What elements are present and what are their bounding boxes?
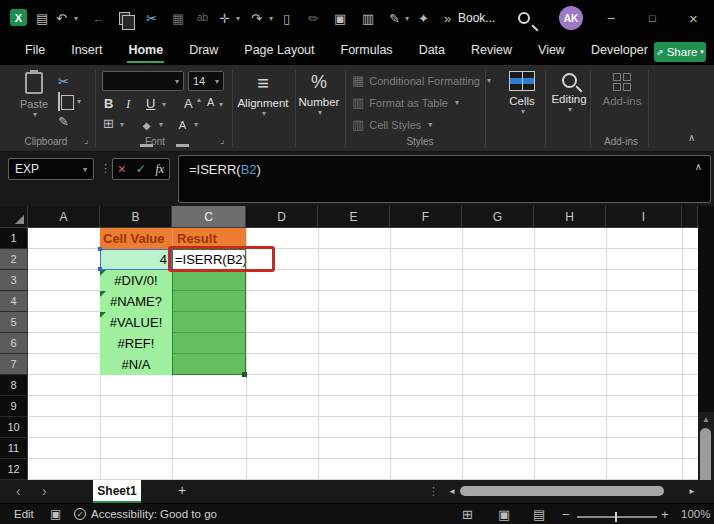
cell-c6[interactable] xyxy=(172,333,246,354)
column-header-i[interactable]: I xyxy=(606,206,682,228)
redo-icon[interactable]: ↷ xyxy=(251,9,262,27)
row-header-12[interactable]: 12 xyxy=(0,459,28,480)
range-handle[interactable] xyxy=(98,247,102,251)
cell-c4[interactable] xyxy=(172,291,246,312)
row-header-5[interactable]: 5 xyxy=(0,312,28,333)
undo-icon[interactable]: ↶ xyxy=(56,9,67,27)
form-edit-icon[interactable]: ✎ xyxy=(389,9,400,27)
tab-insert[interactable]: Insert xyxy=(58,36,115,64)
minimize-button[interactable]: − xyxy=(607,9,615,27)
cell-b2[interactable]: 4 xyxy=(100,249,172,270)
range-handle[interactable] xyxy=(169,247,173,251)
tab-draw[interactable]: Draw xyxy=(176,36,231,64)
row-header-1[interactable]: 1 xyxy=(0,228,28,249)
add-sheet-icon[interactable]: + xyxy=(178,482,186,498)
range-handle[interactable] xyxy=(169,267,173,271)
zoom-slider-track[interactable] xyxy=(577,516,657,518)
column-header-partial[interactable] xyxy=(682,206,698,228)
tab-formulas[interactable]: Formulas xyxy=(328,36,406,64)
column-header-a[interactable]: A xyxy=(28,206,100,228)
cell-b1[interactable]: Cell Value xyxy=(100,228,172,249)
range-handle[interactable] xyxy=(98,267,102,271)
copy-icon[interactable] xyxy=(119,9,130,27)
prev-sheet-icon[interactable]: ‹ xyxy=(16,483,21,499)
confirm-entry-icon[interactable]: ✓ xyxy=(136,162,146,176)
fill-handle[interactable] xyxy=(242,372,247,377)
excel-logo-icon[interactable]: X xyxy=(10,9,27,26)
cut-icon[interactable]: ✂ xyxy=(146,9,157,27)
copy-button[interactable] xyxy=(58,93,60,111)
row-header-7[interactable]: 7 xyxy=(0,354,28,375)
bold-button[interactable]: B xyxy=(104,96,113,111)
borders-button[interactable]: ⊞ xyxy=(103,117,114,130)
share-button[interactable]: ⇗ Share ▾ xyxy=(654,42,706,62)
column-header-b[interactable]: B xyxy=(100,206,172,228)
horizontal-scrollbar-thumb[interactable] xyxy=(460,486,664,496)
lookup-sheet-icon[interactable]: ▥ xyxy=(362,9,374,27)
redo-caret-icon[interactable]: ▾ xyxy=(269,9,273,27)
save-icon[interactable]: ▤ xyxy=(36,9,48,27)
account-avatar[interactable]: AK xyxy=(559,6,583,30)
touch-mode-caret-icon[interactable]: ▾ xyxy=(236,9,240,27)
font-color-caret-icon[interactable]: ▾ xyxy=(194,120,198,129)
copy-caret-icon[interactable]: ▾ xyxy=(77,97,81,106)
insert-function-icon[interactable]: fx xyxy=(155,162,164,177)
sheet-tab-sheet1[interactable]: Sheet1 xyxy=(93,480,141,503)
format-painter-button[interactable]: ✎ xyxy=(58,115,69,128)
cells-area[interactable]: Cell Value Result 4 =ISERR(B2) #DIV/0! #… xyxy=(28,228,698,480)
column-header-e[interactable]: E xyxy=(318,206,390,228)
font-dialog-launcher[interactable]: ⌟ xyxy=(220,135,224,145)
zoom-level[interactable]: 100% xyxy=(681,508,710,520)
font-name-combobox[interactable]: ▾ xyxy=(102,71,184,91)
cell-b4[interactable]: #NAME? xyxy=(100,291,172,312)
tab-review[interactable]: Review xyxy=(458,36,525,64)
cell-c5[interactable] xyxy=(172,312,246,333)
zoom-in-icon[interactable]: + xyxy=(661,508,669,521)
paste-button[interactable]: Paste ▾ xyxy=(20,72,48,119)
accessibility-status[interactable]: ✓ Accessibility: Good to go xyxy=(74,508,217,520)
italic-button[interactable]: I xyxy=(126,96,130,112)
cell-b3[interactable]: #DIV/0! xyxy=(100,270,172,291)
collapse-ribbon-icon[interactable]: ∧ xyxy=(688,133,695,143)
undo-caret-icon[interactable]: ▾ xyxy=(74,9,78,27)
row-header-2[interactable]: 2 xyxy=(0,249,28,270)
row-header-8[interactable]: 8 xyxy=(0,375,28,396)
document-title[interactable]: Book... xyxy=(458,9,495,27)
cancel-entry-icon[interactable]: × xyxy=(118,161,126,177)
column-header-d[interactable]: D xyxy=(246,206,318,228)
column-header-h[interactable]: H xyxy=(534,206,606,228)
font-color-button[interactable]: A xyxy=(176,115,189,151)
tab-home[interactable]: Home xyxy=(115,36,176,64)
cell-c2-editing[interactable]: =ISERR(B2) xyxy=(172,249,246,270)
expand-formula-bar-icon[interactable]: ∧ xyxy=(695,161,702,172)
cells-button[interactable]: Cells ▾ xyxy=(500,71,544,116)
editing-button[interactable]: Editing ▾ xyxy=(548,71,590,114)
new-file-icon[interactable]: ▯ xyxy=(283,9,290,27)
page-layout-view-icon[interactable]: ▣ xyxy=(498,508,510,521)
clipboard-dialog-launcher[interactable]: ⌟ xyxy=(84,135,88,145)
tab-page-layout[interactable]: Page Layout xyxy=(231,36,327,64)
touch-mode-icon[interactable]: ✛ xyxy=(219,9,230,27)
privacy-icon[interactable]: ✦ xyxy=(418,9,429,27)
borders-caret-icon[interactable]: ▾ xyxy=(120,120,124,129)
row-header-3[interactable]: 3 xyxy=(0,270,28,291)
macro-record-icon[interactable]: ▣ xyxy=(50,508,61,520)
scroll-up-icon[interactable]: ▲ xyxy=(702,415,710,424)
row-header-11[interactable]: 11 xyxy=(0,438,28,459)
grow-font-button[interactable]: A xyxy=(184,96,193,111)
cell-b5[interactable]: #VALUE! xyxy=(100,312,172,333)
zoom-out-icon[interactable]: − xyxy=(562,508,570,521)
tab-data[interactable]: Data xyxy=(406,36,458,64)
cell-c1[interactable]: Result xyxy=(172,228,246,249)
column-header-c-selected[interactable]: C xyxy=(172,206,246,228)
row-header-9[interactable]: 9 xyxy=(0,396,28,417)
tab-developer[interactable]: Developer xyxy=(578,36,661,64)
hscroll-left-icon[interactable]: ◄ xyxy=(448,487,456,496)
cell-c3[interactable] xyxy=(172,270,246,291)
next-sheet-icon[interactable]: › xyxy=(42,483,47,499)
column-header-g[interactable]: G xyxy=(462,206,534,228)
camera-icon[interactable]: ▣ xyxy=(334,9,346,27)
row-header-10[interactable]: 10 xyxy=(0,417,28,438)
name-box[interactable]: EXP ▾ xyxy=(8,158,94,180)
formula-input[interactable]: =ISERR(B2) ∧ xyxy=(178,155,711,203)
